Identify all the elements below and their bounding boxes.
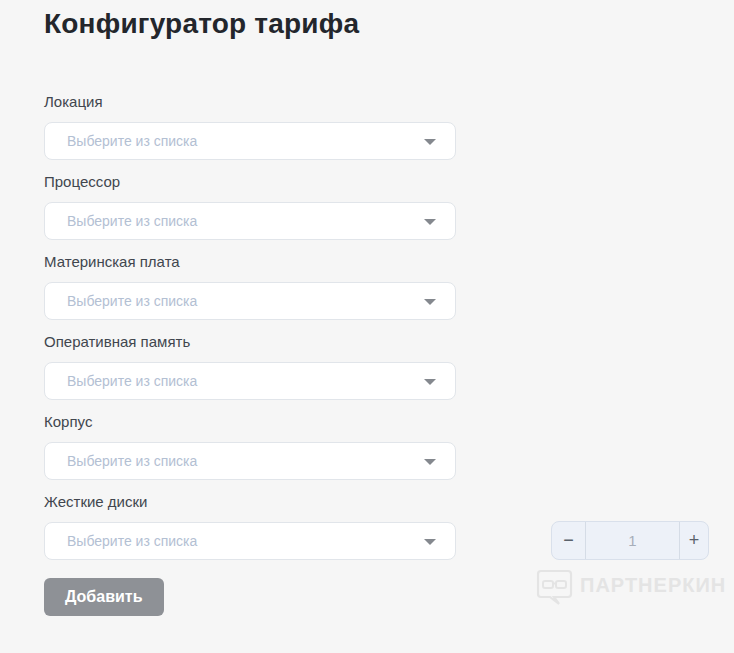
chevron-down-icon — [424, 299, 436, 305]
location-select[interactable]: Выберите из списка — [44, 122, 456, 160]
quantity-stepper: − 1 + — [551, 521, 709, 560]
case-select[interactable]: Выберите из списка — [44, 442, 456, 480]
ram-select[interactable]: Выберите из списка — [44, 362, 456, 400]
motherboard-select[interactable]: Выберите из списка — [44, 282, 456, 320]
field-label-location: Локация — [44, 93, 456, 110]
quantity-value[interactable]: 1 — [586, 522, 679, 559]
field-label-processor: Процессор — [44, 173, 456, 190]
form-group-ram: Оперативная память Выберите из списка — [44, 333, 456, 400]
chevron-down-icon — [424, 139, 436, 145]
decrement-button[interactable]: − — [552, 522, 586, 559]
field-label-ram: Оперативная память — [44, 333, 456, 350]
add-button[interactable]: Добавить — [44, 578, 164, 616]
speech-bubble-glasses-icon — [536, 568, 574, 608]
chevron-down-icon — [424, 379, 436, 385]
hdd-select[interactable]: Выберите из списка — [44, 522, 456, 560]
watermark: ПАРТНЕРКИН — [536, 568, 726, 608]
watermark-text: ПАРТНЕРКИН — [580, 574, 726, 597]
processor-select-placeholder: Выберите из списка — [45, 213, 197, 229]
field-label-case: Корпус — [44, 413, 456, 430]
form-group-motherboard: Материнская плата Выберите из списка — [44, 253, 456, 320]
processor-select[interactable]: Выберите из списка — [44, 202, 456, 240]
form-group-case: Корпус Выберите из списка — [44, 413, 456, 480]
case-select-placeholder: Выберите из списка — [45, 453, 197, 469]
motherboard-select-placeholder: Выберите из списка — [45, 293, 197, 309]
form-group-processor: Процессор Выберите из списка — [44, 173, 456, 240]
chevron-down-icon — [424, 539, 436, 545]
form-group-location: Локация Выберите из списка — [44, 93, 456, 160]
hdd-select-placeholder: Выберите из списка — [45, 533, 197, 549]
ram-select-placeholder: Выберите из списка — [45, 373, 197, 389]
page-title: Конфигуратор тарифа — [44, 8, 359, 40]
location-select-placeholder: Выберите из списка — [45, 133, 197, 149]
tariff-configurator-page: Конфигуратор тарифа Локация Выберите из … — [0, 0, 734, 653]
chevron-down-icon — [424, 459, 436, 465]
field-label-hdd: Жесткие диски — [44, 493, 456, 510]
increment-button[interactable]: + — [679, 522, 708, 559]
field-label-motherboard: Материнская плата — [44, 253, 456, 270]
form-group-hdd: Жесткие диски Выберите из списка — [44, 493, 456, 560]
chevron-down-icon — [424, 219, 436, 225]
